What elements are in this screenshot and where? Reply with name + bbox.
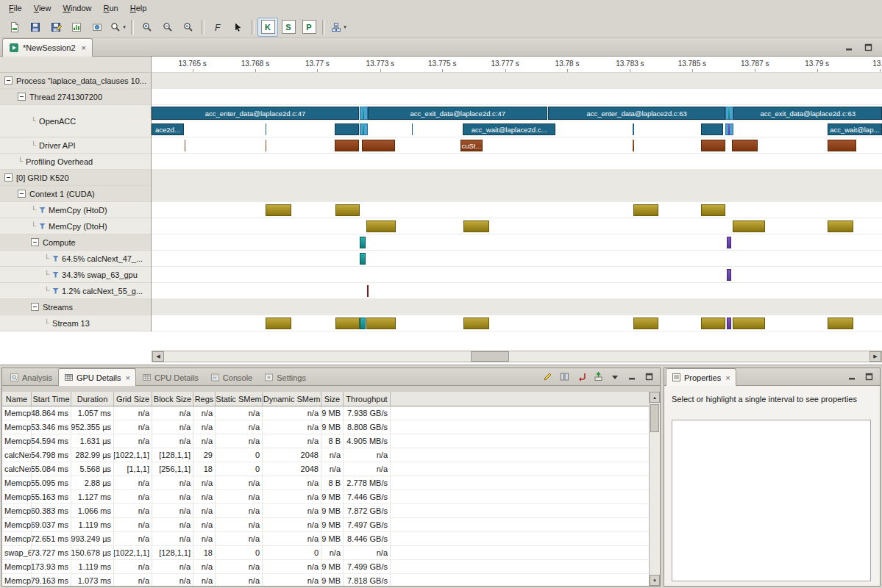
table-row[interactable]: Memcpy DtoH155.095 ms2.88 µsn/an/an/an/a… (2, 476, 649, 490)
column-header-size[interactable]: Size (321, 392, 344, 406)
scroll-up-button[interactable]: ▲ (650, 392, 660, 403)
marker-f-button[interactable]: F (207, 18, 228, 37)
collapse-toggle-icon[interactable] (31, 238, 39, 246)
teal-bar[interactable] (360, 237, 366, 248)
memcpy-bar[interactable] (463, 318, 489, 329)
columns-icon[interactable] (558, 371, 571, 383)
scrollbar-thumb[interactable] (650, 404, 659, 432)
column-header-start-time[interactable]: Start Time (32, 392, 71, 406)
session-tab[interactable]: *NewSession2 × (2, 38, 93, 57)
table-row[interactable]: calcNext_55_gpu155.084 ms5.568 µs[1,1,1]… (2, 462, 649, 476)
tree-item-profiling-overhead[interactable]: └Profiling Overhead (0, 154, 151, 170)
kernel-toggle-button[interactable]: K (257, 18, 278, 37)
driver-bar[interactable]: cuSt... (460, 140, 483, 151)
scrollbar-thumb[interactable] (471, 351, 509, 362)
column-header-dynamic-smem[interactable]: Dynamic SMem (263, 392, 321, 406)
stream-toggle-button[interactable]: S (278, 18, 299, 37)
teal-bar[interactable] (360, 253, 366, 265)
zoom-fit-button[interactable] (178, 18, 199, 37)
openacc-bar[interactable] (633, 123, 633, 135)
minimize-icon[interactable] (842, 41, 856, 53)
memcpy-bar[interactable] (335, 318, 360, 329)
close-tab-icon[interactable]: × (82, 43, 86, 52)
teal-bar[interactable] (728, 107, 730, 120)
column-header-regs[interactable]: Regs (193, 392, 216, 406)
collapse-toggle-icon[interactable] (31, 303, 39, 311)
scroll-right-button[interactable]: ▶ (869, 351, 881, 362)
menu-run[interactable]: Run (98, 1, 124, 15)
search-button[interactable]: ▾ (107, 18, 128, 37)
driver-bar[interactable] (828, 140, 857, 151)
collapse-toggle-icon[interactable] (4, 76, 13, 85)
purple-bar[interactable] (727, 237, 731, 248)
table-row[interactable]: Memcpy HtoD153.346 ms952.355 µsn/an/an/a… (2, 420, 649, 434)
memcpy-bar[interactable] (828, 220, 854, 232)
table-row[interactable]: Memcpy DtoH155.163 ms1.127 msn/an/an/an/… (2, 490, 649, 504)
timeline-hscrollbar[interactable]: ◀ ▶ (152, 351, 882, 362)
export-icon[interactable] (591, 371, 605, 383)
driver-bar[interactable] (362, 140, 395, 151)
save-as-button[interactable] (46, 18, 66, 37)
openacc-bar[interactable]: ace2d... (152, 123, 184, 135)
tree-item-memcpy-dtoh[interactable]: └MemCpy (DtoH) (0, 218, 151, 234)
memcpy-bar[interactable] (335, 204, 360, 216)
close-tab-icon[interactable]: × (126, 373, 130, 382)
menu-file[interactable]: File (3, 1, 28, 15)
openacc-bar[interactable] (266, 123, 266, 135)
tree-item-0-grid-k520[interactable]: [0] GRID K520 (0, 170, 151, 186)
column-header-grid-size[interactable]: Grid Size (114, 392, 152, 406)
memcpy-bar[interactable] (266, 204, 291, 216)
table-row[interactable]: Memcpy HtoD148.864 ms1.057 msn/an/an/an/… (2, 406, 649, 420)
column-header-throughput[interactable]: Throughput (344, 392, 391, 406)
tree-item-driver-api[interactable]: └Driver API (0, 137, 151, 154)
memcpy-bar[interactable] (701, 204, 726, 216)
edit-icon[interactable] (541, 371, 554, 383)
teal-bar[interactable] (360, 318, 366, 329)
openacc-bar[interactable] (335, 123, 359, 135)
driver-bar[interactable] (732, 140, 758, 151)
tree-item-compute[interactable]: Compute (0, 234, 151, 251)
memcpy-bar[interactable] (733, 220, 765, 232)
collapse-toggle-icon[interactable] (4, 173, 13, 182)
driver-bar[interactable] (701, 140, 726, 151)
memcpy-bar[interactable] (633, 204, 658, 216)
summary-chart-button[interactable] (66, 18, 87, 37)
memcpy-bar[interactable] (828, 318, 854, 329)
close-tab-icon[interactable]: × (725, 373, 730, 382)
details-tab-console[interactable]: Console (205, 368, 258, 386)
tree-item-1-2-calcnext-55-g[interactable]: └1.2% calcNext_55_g... (0, 283, 151, 299)
scroll-left-button[interactable]: ◀ (152, 351, 164, 362)
driver-bar[interactable] (185, 140, 185, 151)
teal-bar[interactable] (363, 123, 364, 135)
collapse-toggle-icon[interactable] (18, 93, 26, 101)
purple-bar[interactable] (727, 269, 731, 281)
table-row[interactable]: Memcpy DtoH173.93 ms1.119 msn/an/an/an/a… (2, 560, 649, 574)
menu-view[interactable]: View (28, 1, 57, 15)
table-row[interactable]: calcNext_47_gpu154.798 ms282.99 µs[1022,… (2, 448, 649, 462)
process-toggle-button[interactable]: P (299, 18, 319, 37)
memcpy-bar[interactable] (366, 220, 396, 232)
new-session-button[interactable] (4, 18, 25, 37)
minimize-icon[interactable] (625, 371, 639, 383)
menu-help[interactable]: Help (124, 1, 153, 15)
menu-window[interactable]: Window (57, 1, 97, 15)
timeline-link-icon[interactable] (575, 371, 588, 383)
tree-item-thread-2741307200[interactable]: Thread 2741307200 (0, 89, 151, 105)
red-bar[interactable] (367, 285, 369, 297)
tree-item-context-1-cuda[interactable]: Context 1 (CUDA) (0, 186, 151, 202)
details-tab-cpu-details[interactable]: CPU Details (136, 368, 205, 386)
tree-item-openacc[interactable]: └OpenACC (0, 105, 151, 137)
tree-item-memcpy-htod[interactable]: └MemCpy (HtoD) (0, 202, 151, 218)
snapshot-button[interactable] (87, 18, 107, 37)
openacc-bar[interactable]: acc_exit_data@laplace2d.c:47 (368, 107, 547, 120)
select-arrow-button[interactable] (228, 18, 249, 37)
zoom-out-button[interactable] (157, 18, 178, 37)
table-row[interactable]: Memcpy DtoH169.037 ms1.119 msn/an/an/an/… (2, 518, 649, 532)
analysis-menu-button[interactable]: ▾ (328, 18, 349, 37)
tree-item-streams[interactable]: Streams (0, 299, 151, 315)
openacc-bar[interactable]: acc_enter_data@laplace2d.c:63 (548, 107, 725, 120)
maximize-icon[interactable] (862, 371, 875, 383)
openacc-bar[interactable] (701, 123, 723, 135)
openacc-bar[interactable]: acc_exit_data@laplace2d.c:63 (733, 107, 882, 120)
column-header-block-size[interactable]: Block Size (152, 392, 193, 406)
